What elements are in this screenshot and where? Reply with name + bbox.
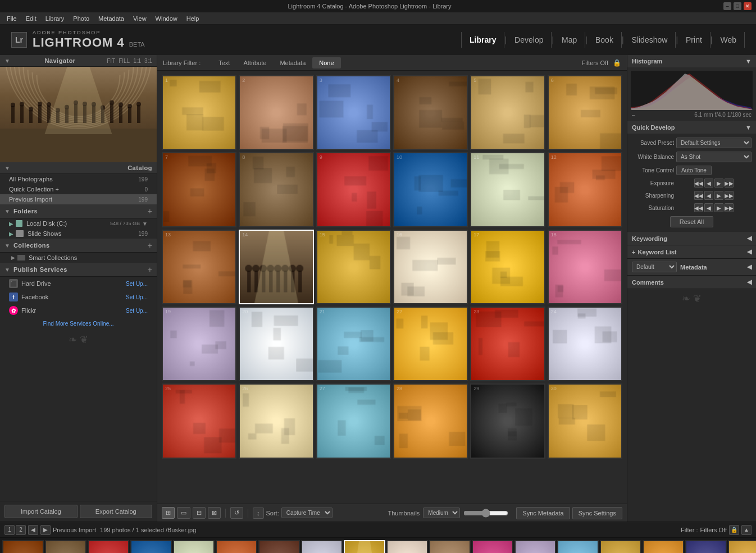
keyword-list-header[interactable]: + Keyword List ◀ xyxy=(627,245,756,258)
filmstrip-thumb[interactable] xyxy=(130,540,172,554)
photo-cell[interactable]: 20 xyxy=(239,307,313,381)
filmstrip-thumb[interactable] xyxy=(685,540,727,554)
navigator-panel-header[interactable]: ▼ Navigator FIT FILL 1:1 3:1 xyxy=(0,55,157,67)
filmstrip-next-btn[interactable]: ▶ xyxy=(40,525,51,535)
collections-add-btn[interactable]: + xyxy=(148,241,152,250)
tab-library[interactable]: Library xyxy=(461,32,504,48)
find-more-services[interactable]: Find More Services Online... xyxy=(0,317,157,330)
sharpening-dec[interactable]: ◀ xyxy=(704,191,713,200)
filmstrip-thumb[interactable] xyxy=(472,540,513,554)
exposure-inc-large[interactable]: ▶▶ xyxy=(725,179,734,188)
publish-add-btn[interactable]: + xyxy=(148,265,152,274)
filmstrip-filter-lock[interactable]: 🔒 xyxy=(729,525,739,535)
tab-slideshow[interactable]: Slideshow xyxy=(624,32,676,48)
sync-metadata-button[interactable]: Sync Metadata xyxy=(516,507,570,519)
page-2-btn[interactable]: 2 xyxy=(16,525,26,535)
photo-cell[interactable]: 19 xyxy=(162,307,236,381)
sharpening-inc-large[interactable]: ▶▶ xyxy=(725,191,734,200)
saturation-inc-large[interactable]: ▶▶ xyxy=(725,203,734,212)
tab-book[interactable]: Book xyxy=(588,32,622,48)
filmstrip-thumb[interactable] xyxy=(2,540,44,554)
sync-settings-button[interactable]: Sync Settings xyxy=(572,507,622,519)
service-facebook[interactable]: f Facebook Set Up... xyxy=(0,290,157,304)
white-balance-select[interactable]: As Shot xyxy=(676,152,752,162)
import-catalog-button[interactable]: Import Catalog xyxy=(4,505,78,518)
menu-library[interactable]: Library xyxy=(41,14,69,23)
filmstrip-thumb[interactable] xyxy=(557,540,599,554)
folders-panel-header[interactable]: ▼ Folders + xyxy=(0,204,157,218)
zoom-fit[interactable]: FIT xyxy=(107,58,115,64)
tab-develop[interactable]: Develop xyxy=(507,32,552,48)
photo-cell[interactable]: 9 xyxy=(316,152,391,227)
comments-header[interactable]: Comments ◀ xyxy=(627,276,756,289)
filmstrip-thumb[interactable] xyxy=(344,540,385,554)
filmstrip-expand[interactable]: ▲ xyxy=(741,525,752,535)
rotate-left-button[interactable]: ↺ xyxy=(230,507,243,519)
minimize-button[interactable]: – xyxy=(723,2,731,10)
saturation-dec[interactable]: ◀ xyxy=(704,203,713,212)
photo-cell[interactable]: 18 xyxy=(548,230,622,304)
folder-local-disk[interactable]: ▶ Local Disk (C:) 548 / 735 GB ▼ xyxy=(0,218,157,228)
photo-cell[interactable]: 28 xyxy=(393,383,468,458)
filmstrip-thumb[interactable] xyxy=(258,540,300,554)
photo-cell[interactable]: 4 xyxy=(393,75,468,150)
thumbnail-size-slider[interactable] xyxy=(463,509,508,518)
maximize-button[interactable]: □ xyxy=(734,2,741,10)
zoom-1-1[interactable]: 1:1 xyxy=(133,58,141,64)
saturation-inc[interactable]: ▶ xyxy=(714,203,723,212)
zoom-fill[interactable]: FILL xyxy=(119,58,130,64)
photo-cell[interactable]: 14 xyxy=(239,230,313,304)
publish-panel-header[interactable]: ▼ Publish Services + xyxy=(0,263,157,277)
photo-cell[interactable]: 13 xyxy=(162,230,236,304)
menu-metadata[interactable]: Metadata xyxy=(94,14,129,23)
catalog-panel-header[interactable]: ▼ Catalog xyxy=(0,162,157,174)
view-loupe-button[interactable]: ▭ xyxy=(177,507,190,519)
exposure-dec[interactable]: ◀ xyxy=(704,179,713,188)
photo-cell[interactable]: 24 xyxy=(548,307,622,381)
saturation-dec-large[interactable]: ◀◀ xyxy=(694,203,703,212)
filmstrip-thumb[interactable] xyxy=(429,540,471,554)
service-harddrive[interactable]: ⬛ Hard Drive Set Up... xyxy=(0,277,157,290)
view-grid-button[interactable]: ⊞ xyxy=(162,507,175,519)
photo-cell[interactable]: 26 xyxy=(239,383,313,458)
filter-tab-none[interactable]: None xyxy=(312,57,340,68)
sharpening-inc[interactable]: ▶ xyxy=(714,191,723,200)
zoom-3-1[interactable]: 3:1 xyxy=(144,58,152,64)
menu-window[interactable]: Window xyxy=(151,14,182,23)
keyword-list-plus[interactable]: + xyxy=(632,249,635,255)
tab-map[interactable]: Map xyxy=(554,32,585,48)
filmstrip-thumb[interactable] xyxy=(173,540,215,554)
collections-panel-header[interactable]: ▼ Collections + xyxy=(0,239,157,253)
close-button[interactable]: ✕ xyxy=(744,2,752,10)
filter-tab-text[interactable]: Text xyxy=(212,57,236,68)
filmstrip-thumb[interactable] xyxy=(728,540,756,554)
photo-cell[interactable]: 22 xyxy=(393,307,468,381)
filmstrip-prev-btn[interactable]: ◀ xyxy=(28,525,38,535)
menu-help[interactable]: Help xyxy=(182,14,204,23)
tab-print[interactable]: Print xyxy=(678,32,711,48)
menu-file[interactable]: File xyxy=(2,14,21,23)
photo-cell[interactable]: 16 xyxy=(393,230,468,304)
photo-cell[interactable]: 15 xyxy=(316,230,391,304)
photo-cell[interactable]: 29 xyxy=(470,383,545,458)
menu-edit[interactable]: Edit xyxy=(21,14,41,23)
photo-cell[interactable]: 17 xyxy=(470,230,545,304)
catalog-quick-collection[interactable]: Quick Collection + 0 xyxy=(0,184,157,194)
filter-tab-attribute[interactable]: Attribute xyxy=(236,57,273,68)
filmstrip-thumb[interactable] xyxy=(600,540,641,554)
catalog-all-photographs[interactable]: All Photographs 199 xyxy=(0,174,157,184)
view-survey-button[interactable]: ⊠ xyxy=(208,507,221,519)
menu-view[interactable]: View xyxy=(129,14,151,23)
photo-cell[interactable]: 1 xyxy=(162,75,236,150)
photo-cell[interactable]: 6 xyxy=(548,75,622,150)
catalog-previous-import[interactable]: Previous Import 199 xyxy=(0,194,157,204)
service-hd-setup[interactable]: Set Up... xyxy=(126,281,148,287)
filmstrip-thumb[interactable] xyxy=(386,540,428,554)
photo-cell[interactable]: 21 xyxy=(316,307,391,381)
service-flickr[interactable]: ✿ Flickr Set Up... xyxy=(0,304,157,317)
page-1-btn[interactable]: 1 xyxy=(4,525,15,535)
photo-cell[interactable]: 7 xyxy=(162,152,236,227)
filmstrip-thumb[interactable] xyxy=(216,540,257,554)
tab-web[interactable]: Web xyxy=(712,32,745,48)
photo-cell[interactable]: 11 xyxy=(470,152,545,227)
